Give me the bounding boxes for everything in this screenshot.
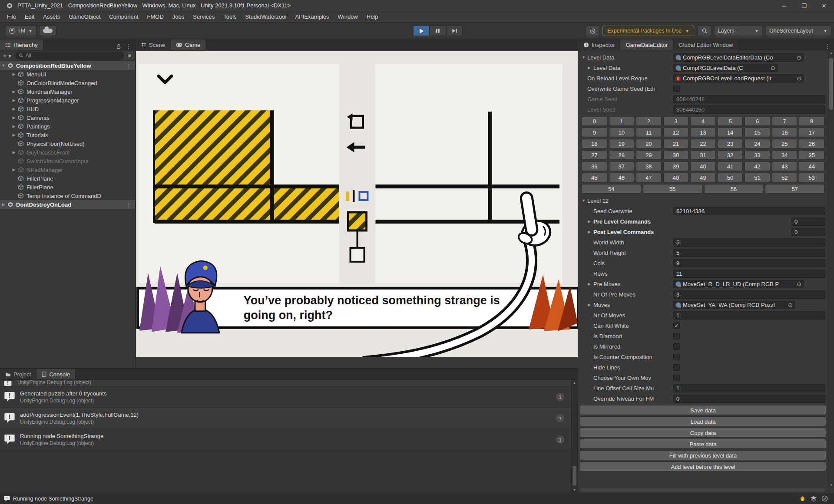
level-select-button[interactable]: 35 [799, 150, 824, 160]
menu-file[interactable]: File [3, 11, 20, 23]
level-select-button[interactable]: 41 [718, 161, 743, 171]
level-select-button[interactable]: 17 [799, 128, 824, 137]
value-field[interactable]: 5 [673, 238, 825, 247]
level-select-button[interactable]: 34 [772, 150, 798, 160]
hierarchy-item-row[interactable]: ▶MenuUI [0, 70, 135, 79]
value-field[interactable]: 5 [673, 249, 825, 257]
level-select-button[interactable]: 24 [745, 139, 770, 148]
tab-global-editor-window[interactable]: Global Editor Window [673, 40, 738, 50]
foldout-arrow-icon[interactable]: ▶ [0, 202, 7, 207]
level-select-button[interactable]: 56 [704, 184, 764, 194]
hierarchy-item-row[interactable]: ▶HUD [0, 105, 135, 113]
console-log-entry[interactable]: !UnityEngine.Debug:Log (object) [0, 380, 571, 386]
foldout-arrow-icon[interactable]: ▼ [0, 63, 7, 68]
level-select-button[interactable]: 18 [582, 139, 607, 148]
value-field[interactable]: 1 [673, 384, 825, 392]
hierarchy-item-row[interactable]: ▶Tutorials [0, 131, 135, 139]
level-select-button[interactable]: 50 [718, 173, 743, 182]
cloud-services-button[interactable] [39, 26, 56, 36]
menu-fmod[interactable]: FMOD [143, 11, 168, 23]
checkbox[interactable]: ✓ [673, 323, 680, 329]
level-select-button[interactable]: 38 [636, 161, 662, 171]
level-select-button[interactable]: 25 [772, 139, 798, 148]
hierarchy-item-row[interactable]: ▶MondrianManager [0, 87, 135, 96]
level-select-button[interactable]: 49 [690, 173, 716, 182]
level-select-button[interactable]: 6 [745, 116, 770, 126]
level-select-button[interactable]: 20 [636, 139, 662, 148]
level-select-button[interactable]: 48 [663, 173, 689, 182]
checkbox[interactable] [673, 375, 680, 381]
console-scrollbar[interactable]: ▲ ▼ [571, 380, 577, 493]
level-select-button[interactable]: 16 [772, 128, 798, 137]
layers-status-icon[interactable] [810, 496, 817, 502]
array-size-field[interactable]: 0 [791, 217, 825, 226]
array-size-field[interactable]: 0 [791, 228, 825, 236]
menu-component[interactable]: Component [105, 11, 142, 23]
layout-dropdown[interactable]: OneScreenLayout ▼ [765, 26, 831, 36]
level-select-button[interactable]: 37 [609, 161, 635, 171]
inspector-vertical-scrollbar[interactable]: ▲ ▼ [828, 51, 834, 488]
collab-flame-icon[interactable] [799, 495, 806, 502]
level-select-button[interactable]: 8 [799, 116, 824, 126]
level-select-button[interactable]: 26 [799, 139, 824, 148]
action-button-load-data[interactable]: Load data [580, 416, 826, 426]
hierarchy-item-row[interactable]: ▶Cameras [0, 113, 135, 122]
tab-console[interactable]: Console [36, 369, 75, 379]
activity-check-icon[interactable] [821, 495, 828, 502]
foldout-arrow-icon[interactable]: ▶ [10, 150, 17, 155]
menu-tools[interactable]: Tools [219, 11, 241, 23]
console-log-entry[interactable]: !Running node SomethingStrangeUnityEngin… [0, 429, 571, 450]
level-select-button[interactable]: 55 [643, 184, 702, 194]
level-select-button[interactable]: 12 [663, 128, 689, 137]
level-select-button[interactable]: 1 [609, 116, 635, 126]
object-field[interactable]: MoveSet_R_D_LR_UD (Comp RGB P⊙ [673, 280, 804, 288]
action-button-save-data[interactable]: Save data [580, 405, 826, 415]
level-select-button[interactable]: 53 [799, 173, 824, 182]
level-select-button[interactable]: 9 [582, 128, 607, 137]
lock-icon[interactable] [116, 44, 121, 49]
foldout-arrow-icon[interactable]: ▶ [10, 133, 17, 137]
tab-hierarchy[interactable]: Hierarchy [0, 40, 43, 50]
console-log-entry[interactable]: !Generated puzzle after 0 trycountsUnity… [0, 386, 571, 408]
hierarchy-menu-icon[interactable]: ⋮ [126, 43, 132, 50]
tab-project[interactable]: Project [0, 369, 36, 379]
close-button[interactable]: ✕ [814, 0, 834, 11]
tab-inspector[interactable]: i Inspector [578, 40, 620, 50]
level-select-button[interactable]: 0 [582, 116, 607, 126]
level-select-button[interactable]: 19 [609, 139, 635, 148]
hierarchy-item-row[interactable]: OnColorBlindModeChanged [0, 79, 135, 87]
minimize-button[interactable]: ─ [774, 0, 794, 11]
hierarchy-item-row[interactable]: Temp Instance of CommandD [0, 191, 135, 200]
hierarchy-item-row[interactable]: FillerPlane [0, 174, 135, 183]
hierarchy-item-row[interactable]: ▶GuyPicassoFront [0, 148, 135, 157]
level-select-button[interactable]: 42 [745, 161, 770, 171]
value-field[interactable]: 0 [673, 395, 825, 403]
level-select-button[interactable]: 51 [745, 173, 770, 182]
level-select-button[interactable]: 4 [690, 116, 716, 126]
level-select-button[interactable]: 3 [663, 116, 689, 126]
level-select-button[interactable]: 31 [690, 150, 716, 160]
object-field[interactable]: CompRGBLevelDataEditorData (Co⊙ [673, 53, 804, 62]
step-button[interactable] [446, 26, 463, 36]
level-select-button[interactable]: 45 [582, 173, 607, 182]
hierarchy-item-row[interactable]: SwitchVirtualCursorInput [0, 157, 135, 165]
hierarchy-item-row[interactable]: PhysicsFloor(NotUsed) [0, 139, 135, 148]
level-select-button[interactable]: 29 [636, 150, 662, 160]
object-picker-icon[interactable]: ⊙ [794, 281, 801, 287]
tab-gamedataeditor[interactable]: GameDataEditor [620, 40, 673, 50]
level-select-button[interactable]: 15 [745, 128, 770, 137]
value-field[interactable]: 808440260 [673, 105, 825, 114]
level-select-button[interactable]: 54 [582, 184, 641, 194]
inspector-menu-icon[interactable]: ⋮ [821, 43, 834, 50]
level-select-button[interactable]: 43 [772, 161, 798, 171]
level-select-button[interactable]: 47 [636, 173, 662, 182]
action-button-add-level-before-this-level[interactable]: Add level before this level [580, 461, 826, 471]
checkbox[interactable] [673, 364, 680, 371]
row-menu-icon[interactable]: ⋮ [126, 63, 135, 69]
level-select-button[interactable]: 57 [765, 184, 824, 194]
action-button-paste-data[interactable]: Paste data [580, 439, 826, 449]
menu-help[interactable]: Help [362, 11, 383, 23]
level-select-button[interactable]: 14 [718, 128, 743, 137]
object-picker-icon[interactable]: ⊙ [768, 65, 775, 71]
foldout-arrow-icon[interactable]: ▶ [10, 124, 17, 128]
